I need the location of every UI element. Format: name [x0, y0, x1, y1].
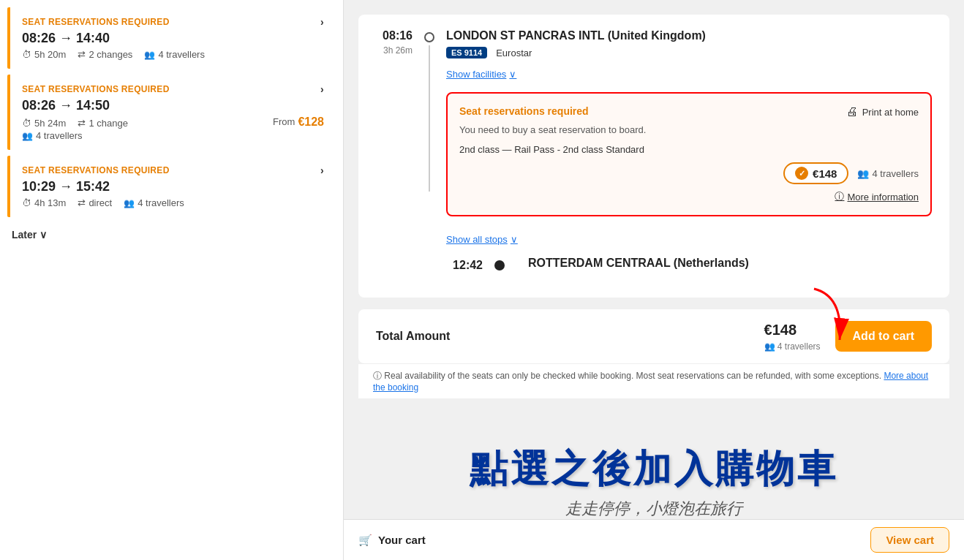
travelers-icon-2 [22, 130, 33, 141]
info-text: Real availability of the seats can only … [384, 371, 881, 381]
reservation-title: Seat reservations required [459, 105, 589, 117]
departure-station-col: LONDON ST PANCRAS INTL (United Kingdom) … [446, 29, 932, 274]
arrival-station: ROTTERDAM CENTRAAL (Netherlands) [528, 257, 749, 270]
chinese-sub-text: 走走停停，小燈泡在旅行 [344, 498, 964, 520]
card2-from: From [273, 116, 295, 127]
travelers-icon-total: 👥 [764, 341, 775, 352]
changes-icon-1 [78, 49, 86, 60]
train-name: Eurostar [496, 48, 532, 58]
later-button[interactable]: Later ∨ [0, 223, 59, 246]
card1-badge: SEAT RESERVATIONS REQUIRED [22, 17, 170, 27]
printer-icon [846, 105, 858, 118]
right-panel: 08:16 3h 26m LONDON ST PANCRAS INTL (Uni… [344, 0, 964, 560]
train-card-3[interactable]: SEAT RESERVATIONS REQUIRED › 10:29 → 15:… [7, 156, 336, 217]
card3-chevron[interactable]: › [320, 164, 324, 176]
card3-travellers: 4 travellers [124, 197, 184, 208]
cart-icon [358, 534, 372, 547]
timeline [424, 29, 434, 194]
travelers-icon-res: 👥 [857, 168, 869, 179]
reservation-desc: You need to buy a seat reservation to bo… [459, 124, 919, 135]
card1-times: 08:26 → 14:40 [22, 31, 324, 46]
departure-time-col: 08:16 3h 26m [376, 29, 413, 56]
chinese-main-text: 點選之後加入購物車 [344, 444, 964, 495]
class-info: 2nd class — Rail Pass - 2nd class Standa… [459, 144, 919, 155]
card2-travellers: 4 travellers [22, 130, 83, 141]
timeline-line [429, 45, 430, 192]
card1-chevron[interactable]: › [320, 16, 324, 28]
info-icon [835, 190, 844, 203]
reservation-price: €148 [813, 167, 837, 180]
train-card-1[interactable]: SEAT RESERVATIONS REQUIRED › 08:26 → 14:… [7, 7, 336, 69]
info-bar: Real availability of the seats can only … [358, 363, 949, 398]
card1-travellers: 4 travellers [144, 49, 205, 60]
card3-times: 10:29 → 15:42 [22, 179, 324, 194]
total-label: Total Amount [376, 330, 450, 343]
card3-badge: SEAT RESERVATIONS REQUIRED [22, 165, 170, 175]
check-icon: ✓ [795, 167, 808, 180]
reservation-travellers: 👥 4 travellers [857, 168, 919, 179]
info-icon-bar [373, 371, 382, 381]
travelers-icon-3 [124, 197, 135, 208]
departure-time: 08:16 [376, 29, 413, 42]
chevron-down-icon: ∨ [39, 229, 47, 241]
arrival-time: 12:42 [446, 259, 483, 272]
show-all-stops-button[interactable]: Show all stops ∨ [446, 234, 518, 245]
duration-label: 3h 26m [376, 45, 413, 56]
card2-chevron[interactable]: › [320, 83, 324, 95]
arrival-circle [494, 260, 505, 270]
reservation-box: Seat reservations required Print at home… [446, 92, 932, 216]
train-card-2[interactable]: SEAT RESERVATIONS REQUIRED › 08:26 → 14:… [7, 75, 336, 150]
price-badge[interactable]: ✓ €148 [783, 162, 848, 184]
card2-badge: SEAT RESERVATIONS REQUIRED [22, 84, 170, 94]
show-facilities-button[interactable]: Show facilities ∨ [446, 69, 516, 80]
more-info-button[interactable]: More information [835, 190, 919, 203]
card1-changes: 2 changes [78, 49, 132, 60]
chevron-down-icon-facilities: ∨ [509, 69, 516, 80]
travelers-icon-1 [144, 49, 155, 60]
card3-duration: 4h 13m [22, 197, 66, 208]
card2-duration: 5h 24m [22, 118, 66, 129]
arrival-row: 12:42 ROTTERDAM CENTRAAL (Netherlands) [446, 257, 932, 274]
card2-times: 08:26 → 14:50 [22, 98, 324, 113]
footer-bar: Your cart View cart [344, 519, 964, 560]
add-to-cart-button[interactable]: Add to cart [835, 321, 932, 352]
card1-duration: 5h 20m [22, 49, 66, 60]
total-section: Total Amount €148 👥 4 travellers Add to … [358, 309, 949, 363]
print-home: Print at home [846, 105, 919, 118]
chevron-down-icon-stops: ∨ [511, 234, 518, 245]
your-cart: Your cart [358, 534, 426, 547]
clock-icon-2 [22, 118, 31, 129]
view-cart-button[interactable]: View cart [870, 527, 949, 553]
clock-icon-3 [22, 197, 31, 208]
departure-station: LONDON ST PANCRAS INTL (United Kingdom) [446, 29, 932, 42]
total-travelers: 👥 4 travellers [764, 341, 821, 352]
card2-price: €128 [298, 116, 324, 129]
total-price: €148 [764, 322, 821, 338]
chinese-overlay: 點選之後加入購物車 走走停停，小燈泡在旅行 [344, 444, 964, 520]
card2-changes: 1 change [78, 118, 128, 129]
changes-icon-3 [78, 197, 86, 208]
train-badge: ES 9114 [446, 47, 487, 58]
card3-changes: direct [78, 197, 112, 208]
departure-circle [424, 32, 434, 42]
left-panel: SEAT RESERVATIONS REQUIRED › 08:26 → 14:… [0, 0, 344, 560]
clock-icon-1 [22, 49, 31, 60]
changes-icon-2 [78, 118, 86, 129]
route-container: 08:16 3h 26m LONDON ST PANCRAS INTL (Uni… [358, 15, 949, 298]
